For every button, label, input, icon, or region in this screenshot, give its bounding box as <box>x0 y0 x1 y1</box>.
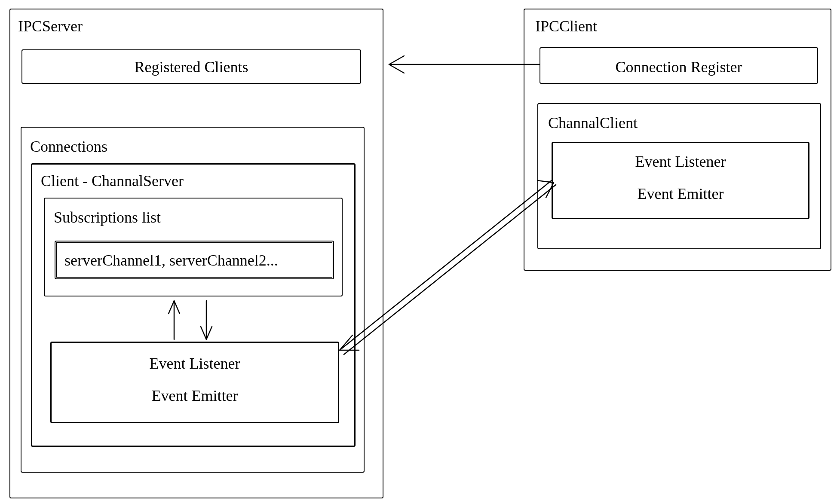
client-event-emitter: Event Emitter <box>552 185 809 203</box>
channel-client-title: ChannalClient <box>548 114 638 132</box>
arrow-client-to-server-register <box>389 56 540 73</box>
server-event-listener: Event Listener <box>50 354 339 373</box>
ipc-server-title: IPCServer <box>18 17 83 35</box>
subscriptions-title: Subscriptions list <box>54 208 161 226</box>
server-event-emitter: Event Emitter <box>50 387 339 405</box>
client-event-listener: Event Listener <box>552 153 809 171</box>
registered-clients-label: Registered Clients <box>21 58 361 76</box>
subscriptions-content: serverChannel1, serverChannel2... <box>64 251 278 269</box>
ipc-client-title: IPCClient <box>535 17 597 35</box>
connection-register-label: Connection Register <box>540 58 818 76</box>
channel-server-title: Client - ChannalServer <box>41 172 184 190</box>
server-events-box <box>50 342 339 423</box>
connections-title: Connections <box>30 137 107 156</box>
